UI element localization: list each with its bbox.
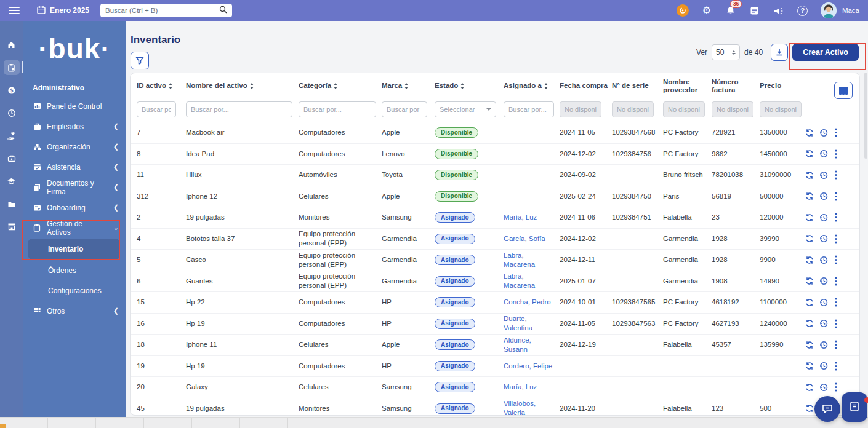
education-module-icon[interactable] — [4, 173, 20, 189]
assigned-link[interactable]: Labra, Macarena — [504, 252, 535, 268]
kebab-menu-icon[interactable] — [834, 192, 838, 201]
benefits-module-icon[interactable] — [4, 128, 20, 143]
help-icon[interactable]: ? — [797, 4, 809, 17]
history-icon[interactable] — [819, 362, 828, 371]
history-icon[interactable] — [819, 319, 828, 328]
time-module-icon[interactable] — [4, 105, 20, 121]
sidebar-item-documentos-y-firma[interactable]: Documentos y Firma ❮ — [23, 177, 126, 197]
table-scrollbar[interactable] — [864, 73, 867, 159]
kebab-menu-icon[interactable] — [834, 362, 838, 371]
history-icon[interactable] — [819, 340, 828, 349]
assigned-link[interactable]: Concha, Pedro — [504, 298, 551, 306]
history-icon[interactable] — [819, 298, 828, 307]
table-row[interactable]: 312 Iphone 12 Celulares Apple Disponible… — [131, 186, 859, 208]
table-row[interactable]: 45 19 pulgadas Monitores Samsung Asignad… — [131, 398, 859, 416]
filter-id-input[interactable] — [137, 101, 176, 117]
table-row[interactable]: 15 Hp 22 Computadores HP Asignado Concha… — [131, 292, 859, 314]
table-row[interactable]: 2 19 pulgadas Monitores Samsung Asignado… — [131, 207, 859, 229]
kebab-menu-icon[interactable] — [834, 213, 838, 222]
history-icon[interactable] — [819, 382, 828, 392]
sidebar-subitem-configuraciones[interactable]: Configuraciones — [23, 280, 126, 301]
settings-gear-icon[interactable]: ⚙ — [701, 4, 713, 17]
global-search[interactable] — [100, 4, 232, 17]
filter-assigned-input[interactable] — [504, 101, 554, 117]
filter-button[interactable] — [131, 52, 149, 69]
refresh-icon[interactable] — [805, 319, 814, 328]
remuneration-module-icon[interactable]: $ — [4, 82, 20, 98]
column-picker-button[interactable] — [834, 82, 853, 99]
column-header-assigned[interactable]: Asignado a — [504, 82, 560, 90]
help-widget-button[interactable] — [842, 392, 867, 422]
history-icon[interactable] — [819, 128, 828, 137]
notifications-bell-icon[interactable]: 36 — [725, 4, 737, 17]
chat-widget-button[interactable] — [814, 396, 840, 422]
sidebar-item-gestion-de-activos[interactable]: Gestión de Activos ⌄ — [23, 218, 126, 238]
history-icon[interactable] — [819, 192, 828, 201]
refresh-icon[interactable] — [805, 213, 814, 222]
sidebar-subitem-inventario[interactable]: Inventario — [28, 239, 120, 260]
table-row[interactable]: 18 Iphone 11 Celulares Apple Asignado Al… — [131, 335, 859, 356]
history-icon[interactable] — [819, 255, 828, 264]
table-row[interactable]: 6 Guantes Equipo protección personal (EP… — [131, 271, 859, 293]
table-row[interactable]: 8 Idea Pad Computadores Lenovo Disponibl… — [131, 144, 859, 165]
filter-status-select[interactable]: Seleccionar — [435, 101, 496, 117]
history-icon[interactable] — [819, 213, 828, 222]
kebab-menu-icon[interactable] — [834, 298, 838, 307]
kebab-menu-icon[interactable] — [834, 149, 838, 159]
history-icon[interactable] — [819, 234, 828, 244]
refresh-icon[interactable] — [805, 255, 814, 264]
table-row[interactable]: 7 Macbook air Computadores Apple Disponi… — [131, 122, 859, 144]
kebab-menu-icon[interactable] — [834, 128, 838, 137]
table-row[interactable]: 16 Hp 19 Computadores HP Asignado Duarte… — [131, 314, 859, 335]
kebab-menu-icon[interactable] — [834, 170, 838, 180]
download-button[interactable] — [771, 44, 788, 61]
period-selector[interactable]: Enero 2025 — [37, 6, 89, 16]
search-input[interactable] — [105, 7, 219, 14]
sidebar-item-asistencia[interactable]: Asistencia ❮ — [23, 157, 126, 177]
history-icon[interactable] — [819, 277, 828, 286]
sidebar-item-organizacion[interactable]: Organización ❮ — [23, 137, 126, 157]
asset-management-module-icon[interactable] — [4, 60, 20, 75]
kebab-menu-icon[interactable] — [834, 255, 838, 264]
history-icon[interactable] — [819, 149, 828, 159]
kebab-menu-icon[interactable] — [834, 340, 838, 349]
sidebar-item-empleados[interactable]: Empleados ❮ — [23, 116, 126, 137]
refresh-icon[interactable] — [805, 362, 814, 371]
history-icon[interactable] — [819, 170, 828, 180]
column-header-name[interactable]: Nombre del activo — [186, 82, 299, 90]
assigned-link[interactable]: Villalobos, Valeria — [504, 400, 536, 416]
refresh-icon[interactable] — [805, 382, 814, 392]
marketplace-module-icon[interactable] — [4, 219, 20, 234]
news-list-icon[interactable] — [749, 4, 761, 17]
refresh-icon[interactable] — [805, 277, 814, 286]
sidebar-item-onboarding[interactable]: Onboarding ❮ — [23, 197, 126, 218]
filter-category-input[interactable] — [299, 101, 376, 117]
sidebar-item-otros[interactable]: Otros ❮ — [23, 301, 126, 321]
hamburger-menu-icon[interactable] — [9, 7, 20, 14]
table-row[interactable]: 20 Galaxy Celulares Samsung Asignado Mar… — [131, 377, 859, 398]
assigned-link[interactable]: Aldunce, Susann — [504, 336, 531, 353]
refresh-icon[interactable] — [805, 298, 814, 307]
table-row[interactable]: 11 Hilux Automóviles Toyota Disponible 2… — [131, 165, 859, 186]
refresh-icon[interactable] — [805, 192, 814, 201]
assigned-link[interactable]: García, Sofía — [504, 235, 545, 242]
sidebar-item-panel-de-control[interactable]: Panel de Control — [23, 96, 126, 116]
refresh-icon[interactable] — [805, 404, 814, 413]
talent-module-icon[interactable] — [4, 151, 20, 166]
table-row[interactable]: 19 Hp 19 Computadores HP Asignado Corder… — [131, 356, 859, 378]
table-row[interactable]: 4 Bototos talla 37 Equipo protección per… — [131, 229, 859, 250]
filter-name-input[interactable] — [186, 101, 292, 117]
per-page-select[interactable]: 50 — [712, 44, 740, 60]
column-header-status[interactable]: Estado — [435, 82, 504, 90]
column-header-id[interactable]: ID activo — [137, 82, 186, 90]
refresh-icon[interactable] — [805, 340, 814, 349]
home-icon[interactable] — [4, 37, 20, 52]
documents-module-icon[interactable] — [4, 196, 20, 212]
announcements-megaphone-icon[interactable] — [773, 4, 785, 17]
kebab-menu-icon[interactable] — [834, 234, 838, 244]
table-row[interactable]: 5 Casco Equipo protección personal (EPP)… — [131, 250, 859, 271]
user-avatar[interactable] — [821, 2, 837, 18]
assigned-link[interactable]: Labra, Macarena — [504, 272, 535, 289]
kebab-menu-icon[interactable] — [834, 319, 838, 328]
integrations-icon[interactable] — [677, 4, 689, 17]
